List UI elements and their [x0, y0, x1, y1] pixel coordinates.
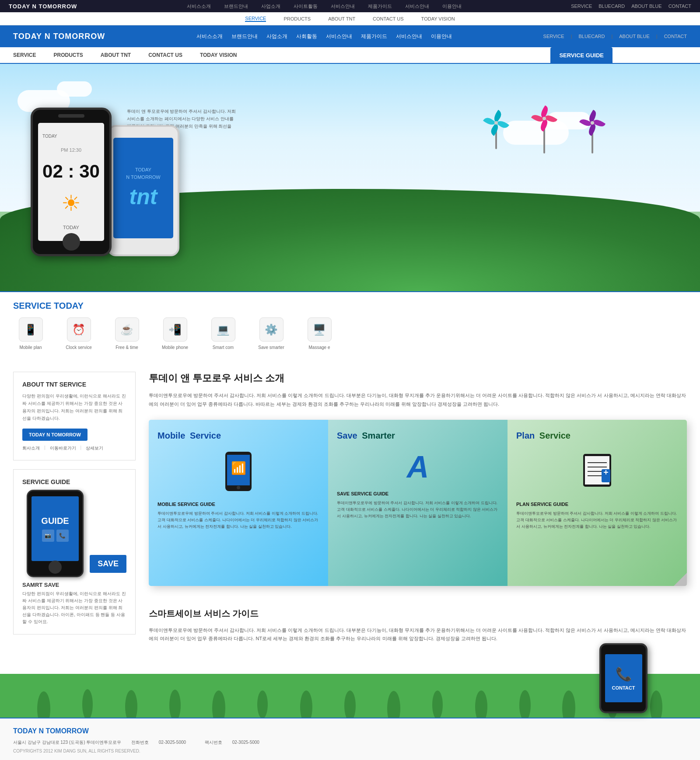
- secondary-nav-products[interactable]: PRODUCTS: [284, 16, 311, 21]
- mini-nav-detail[interactable]: 상세보기: [86, 445, 103, 451]
- header-nav-3[interactable]: 사업소개: [266, 33, 287, 40]
- topbar-logo: TODAY N TOMORROW: [9, 3, 77, 10]
- smart-save-title: 스마트세이브 서비스 가이드: [149, 608, 687, 620]
- header-nav-5[interactable]: 서비스안내: [326, 33, 352, 40]
- header-aboutblue-link[interactable]: ABOUT BLUE: [619, 34, 650, 39]
- massage-label: Massage e: [309, 345, 330, 350]
- secondary-nav-service[interactable]: SERVICE: [245, 16, 266, 22]
- sun-icon: ☀: [61, 191, 81, 216]
- topbar-bluecard-link[interactable]: BLUECARD: [598, 3, 625, 9]
- contact-phone: 📞 CONTACT: [599, 643, 648, 713]
- service-guide-button[interactable]: SERVICE GUIDE: [550, 47, 612, 63]
- brochure-mobile-subtitle: MOBLIE SERVICE GUIDE: [158, 502, 319, 507]
- mobile-phone-icon: 📲: [163, 317, 187, 342]
- svg-text:📶: 📶: [231, 461, 246, 475]
- subnav-about[interactable]: ABOUT TNT: [101, 52, 131, 58]
- sub-nav-items: SERVICE PRODUCTS ABOUT TNT CONTACT US TO…: [13, 52, 237, 58]
- subnav-contact[interactable]: CONTACT US: [148, 52, 182, 58]
- pinwheel-pink: [525, 99, 564, 156]
- footer-logo: TODAY N TOMORROW: [13, 727, 687, 735]
- smart-com-icon: 💻: [211, 317, 235, 342]
- header-nav-2[interactable]: 브랜드안내: [231, 33, 258, 40]
- topbar-nav-item-4[interactable]: 사이트활동: [294, 3, 318, 10]
- service-icon-save-smarter[interactable]: ⚙️ Save smarter: [254, 317, 289, 350]
- samrt-save-title: SAMRT SAVE: [22, 582, 126, 588]
- secondary-nav: SERVICE PRODUCTS ABOUT TNT CONTACT US TO…: [0, 12, 700, 25]
- mini-nav-company[interactable]: 회사소개: [22, 445, 40, 451]
- service-icon-massage[interactable]: 🖥️ Massage e: [302, 317, 337, 350]
- topbar-nav-item-1[interactable]: 서비스소개: [187, 3, 211, 10]
- cloud-2: [57, 81, 92, 97]
- svg-point-5: [591, 121, 594, 125]
- service-icon-mobile-phone[interactable]: 📲 Mobile phone: [158, 317, 192, 350]
- secondary-nav-about[interactable]: ABOUT TNT: [328, 16, 355, 21]
- service-guide-sidebar-title: SERVICE GUIDE: [22, 478, 126, 485]
- header-nav-8[interactable]: 이용안내: [431, 33, 452, 40]
- topbar-nav-item-7[interactable]: 서비스안내: [405, 3, 429, 10]
- header-nav-7[interactable]: 서비스안내: [396, 33, 422, 40]
- today-tomorrow-button[interactable]: TODAY N TOMORROW: [22, 429, 88, 441]
- contact-label: CONTACT: [612, 685, 635, 690]
- subnav-products[interactable]: PRODUCTS: [53, 52, 83, 58]
- samrt-save-text: 다양한 편의점이 우리생활에, 이런식으로 해서라도 진짜 서비스를 제공하기 …: [22, 590, 126, 625]
- brochure-panel-mobile: Mobile Service 📶 MOBLIE SERVICE GUIDE 투데…: [149, 420, 328, 586]
- header-nav-1[interactable]: 서비스소개: [196, 33, 223, 40]
- brochure-plan-text: 투데이앤투모로우에 방문하여 주셔서 감사합니다. 저희 서비스를 이렇게 소개…: [516, 510, 678, 530]
- header-bluecard-link[interactable]: BLUECARD: [579, 34, 605, 39]
- footer-info: 서울시 강남구 강남대로 123 (도곡동) 투데이엔투모로우 전화번호 02-…: [13, 739, 687, 746]
- mobile-phone-label: Mobile phone: [162, 345, 188, 350]
- pinwheel-purple: [573, 99, 612, 156]
- guide-phone-visual: GUIDE 📷 📞 SAVE: [22, 490, 126, 577]
- topbar-nav-item-2[interactable]: 브랜드안내: [224, 3, 248, 10]
- topbar-service-link[interactable]: SERVICE: [571, 3, 592, 9]
- sub-nav: SERVICE PRODUCTS ABOUT TNT CONTACT US TO…: [0, 47, 700, 64]
- footer: TODAY N TOMORROW 서울시 강남구 강남대로 123 (도곡동) …: [0, 718, 700, 760]
- topbar-nav-item-8[interactable]: 이용안내: [442, 3, 462, 10]
- service-icons-list: 📱 Mobile plan ⏰ Clock service ☕ Free & t…: [13, 317, 687, 350]
- brochure-mobile-title: Mobile Service: [158, 431, 319, 441]
- header-nav-6[interactable]: 제품가이드: [361, 33, 387, 40]
- about-tnt-title: ABOUT TNT SERVICE: [22, 381, 126, 388]
- header-right: SERVICE | BLUECARD | ABOUT BLUE | CONTAC…: [543, 34, 687, 39]
- topbar-aboutblue-link[interactable]: ABOUT BLUE: [631, 3, 662, 9]
- topbar-nav-item-5[interactable]: 서비스안내: [331, 3, 355, 10]
- about-tnt-text: 다양한 편의점이 우리생활에, 이런식으로 해서라도 진짜 서비스를 제공하기 …: [22, 392, 126, 422]
- mobile-plan-label: Mobile plan: [19, 345, 42, 350]
- tnt-display: tnt: [130, 184, 158, 209]
- clock-service-icon: ⏰: [67, 317, 91, 342]
- brochure-mobile-text: 투데이앤투모로우에 방문하여 주셔서 감사합니다. 저희 서비스를 이렇게 소개…: [158, 510, 319, 530]
- save-badge: SAVE: [90, 555, 126, 573]
- header-service-link[interactable]: SERVICE: [543, 34, 564, 39]
- guide-icon-2: 📞: [56, 530, 69, 542]
- service-today-title: SERVICE TODAY: [13, 301, 687, 311]
- clock-service-label: Clock service: [66, 345, 91, 350]
- mini-nav-go[interactable]: 이동바로가기: [50, 445, 76, 451]
- main-content: ABOUT TNT SERVICE 다양한 편의점이 우리생활에, 이런식으로 …: [0, 359, 700, 665]
- topbar-right: SERVICE BLUECARD ABOUT BLUE CONTACT: [571, 3, 691, 9]
- hero-phone-black: TODAY PM 12:30 02 : 30 ☀ TODAY: [31, 108, 112, 256]
- mini-nav: 회사소개 | 이동바로가기 | 상세보기: [22, 445, 126, 451]
- header-nav-4[interactable]: 사회활동: [296, 33, 317, 40]
- subnav-vision[interactable]: TODAY VISION: [200, 52, 237, 58]
- brochure-save-text: 투데이앤투모로우에 방문하여 주셔서 감사합니다. 저희 서비스를 이렇게 소개…: [337, 500, 499, 520]
- header-contact-link[interactable]: CONTACT: [664, 34, 687, 39]
- topbar-nav: 서비스소개 브랜드안내 사업소개 사이트활동 서비스안내 제품가이드 서비스안내…: [187, 3, 462, 10]
- secondary-nav-contact[interactable]: CONTACT US: [373, 16, 404, 21]
- brochure: Mobile Service 📶 MOBLIE SERVICE GUIDE 투데…: [149, 420, 687, 586]
- topbar-contact-link[interactable]: CONTACT: [668, 3, 691, 9]
- left-sidebar: ABOUT TNT SERVICE 다양한 편의점이 우리생활에, 이런식으로 …: [13, 372, 136, 652]
- service-today-section: SERVICE TODAY 📱 Mobile plan ⏰ Clock serv…: [0, 291, 700, 359]
- free-time-icon: ☕: [115, 317, 139, 342]
- secondary-nav-vision[interactable]: TODAY VISION: [421, 16, 455, 21]
- service-icon-smart-com[interactable]: 💻 Smart com: [206, 317, 241, 350]
- service-icon-mobile-plan[interactable]: 📱 Mobile plan: [13, 317, 48, 350]
- service-icon-free-time[interactable]: ☕ Free & time: [109, 317, 144, 350]
- service-icon-clock[interactable]: ⏰ Clock service: [61, 317, 96, 350]
- guide-icon-1: 📷: [42, 530, 54, 542]
- topbar-nav-item-3[interactable]: 사업소개: [261, 3, 280, 10]
- main-section-title: 투데이 앤 투모로우 서비스 소개: [149, 372, 687, 385]
- svg-point-3: [542, 117, 546, 120]
- contact-phone-icon: 📞: [616, 666, 632, 682]
- subnav-service[interactable]: SERVICE: [13, 52, 36, 58]
- topbar-nav-item-6[interactable]: 제품가이드: [368, 3, 392, 10]
